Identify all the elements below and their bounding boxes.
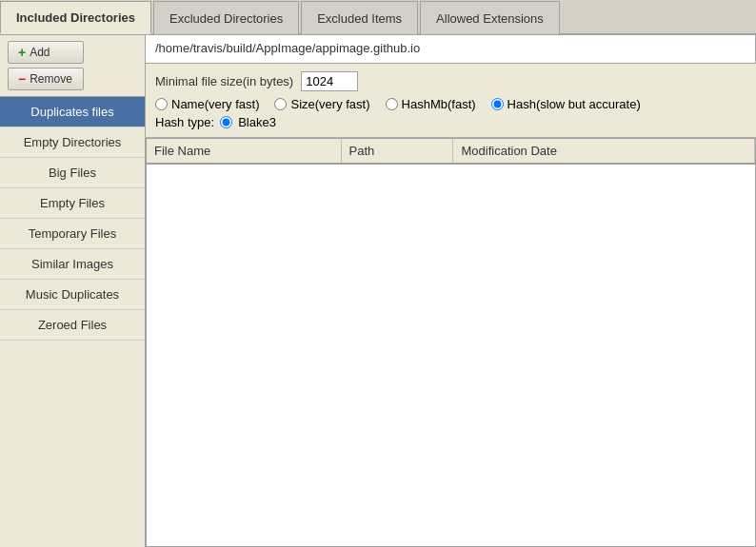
directory-path: /home/travis/build/AppImage/appimage.git…: [146, 35, 756, 64]
hash-type-label: Hash type:: [155, 115, 214, 129]
remove-button[interactable]: − Remove: [8, 68, 84, 90]
main-layout: + Add − Remove Duplicates files Empty Di…: [0, 35, 756, 547]
remove-icon: −: [18, 72, 26, 86]
hash-type-value: Blake3: [238, 115, 276, 129]
radio-hashmb-input[interactable]: [386, 98, 398, 110]
radio-hash[interactable]: Hash(slow but accurate): [491, 97, 641, 111]
sidebar-item-similar-images[interactable]: Similar Images: [0, 249, 145, 280]
add-icon: +: [18, 46, 26, 59]
sidebar-item-empty-directories[interactable]: Empty Directories: [0, 127, 145, 158]
settings-panel: Minimal file size(in bytes) Name(very fa…: [146, 64, 756, 138]
col-file-name: File Name: [147, 139, 341, 164]
tab-bar: Included Directories Excluded Directorie…: [0, 0, 756, 35]
table-header-row: File Name Path Modification Date: [147, 139, 755, 164]
results-table-container: File Name Path Modification Date: [146, 138, 756, 547]
sidebar-item-big-files[interactable]: Big Files: [0, 158, 145, 188]
results-table: File Name Path Modification Date: [147, 139, 755, 165]
tab-excluded-items[interactable]: Excluded Items: [301, 1, 418, 34]
radio-hash-input[interactable]: [491, 98, 504, 110]
sidebar: + Add − Remove Duplicates files Empty Di…: [0, 35, 146, 547]
add-button[interactable]: + Add: [8, 41, 84, 64]
sidebar-menu: Duplicates files Empty Directories Big F…: [0, 97, 145, 547]
tab-allowed-extensions[interactable]: Allowed Extensions: [420, 1, 560, 34]
sidebar-buttons: + Add − Remove: [0, 35, 145, 97]
hash-type-radio[interactable]: [220, 116, 232, 128]
sidebar-item-duplicates-files[interactable]: Duplicates files: [0, 97, 145, 127]
min-size-row: Minimal file size(in bytes): [155, 71, 746, 91]
radio-name[interactable]: Name(very fast): [155, 97, 259, 111]
radio-size-input[interactable]: [274, 98, 287, 110]
radio-hashmb[interactable]: HashMb(fast): [386, 97, 476, 111]
min-size-input[interactable]: [301, 71, 358, 91]
hash-type-row: Hash type: Blake3: [155, 115, 746, 129]
sidebar-item-music-duplicates[interactable]: Music Duplicates: [0, 280, 145, 310]
radio-size[interactable]: Size(very fast): [274, 97, 369, 111]
tab-included-directories[interactable]: Included Directories: [0, 1, 151, 34]
radio-name-input[interactable]: [155, 98, 168, 110]
sidebar-item-temporary-files[interactable]: Temporary Files: [0, 219, 145, 249]
col-modification-date: Modification Date: [453, 139, 755, 164]
min-size-label: Minimal file size(in bytes): [155, 74, 293, 88]
tab-excluded-directories[interactable]: Excluded Directories: [153, 1, 299, 34]
content-area: /home/travis/build/AppImage/appimage.git…: [146, 35, 756, 547]
sidebar-item-empty-files[interactable]: Empty Files: [0, 188, 145, 219]
sidebar-item-zeroed-files[interactable]: Zeroed Files: [0, 310, 145, 341]
search-method-row: Name(very fast) Size(very fast) HashMb(f…: [155, 97, 746, 111]
col-path: Path: [341, 139, 453, 164]
